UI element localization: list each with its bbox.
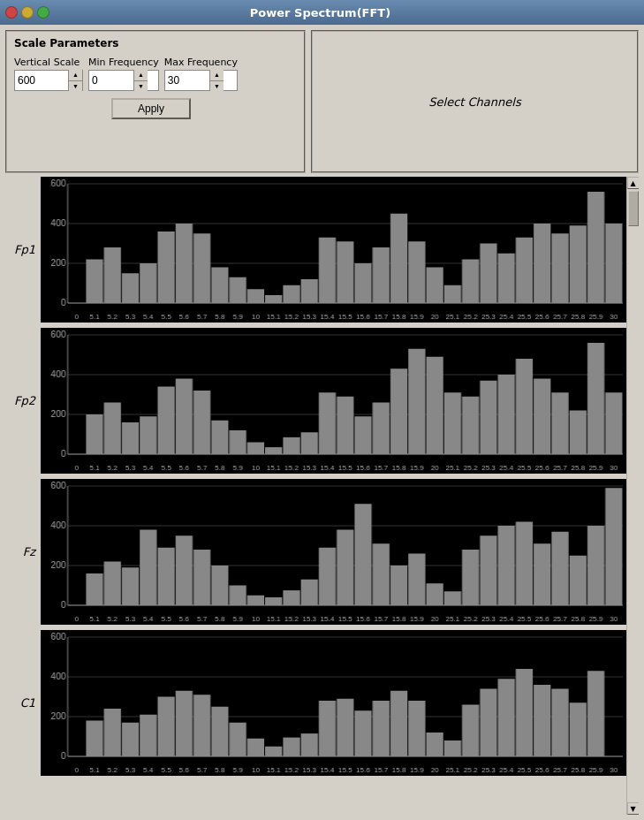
window-controls <box>5 6 49 19</box>
channel-row: Fp2 <box>5 328 626 474</box>
min-freq-up[interactable]: ▲ <box>134 70 148 81</box>
min-freq-arrows: ▲ ▼ <box>133 70 148 91</box>
min-freq-col: Min Frequency ▲ ▼ <box>88 57 159 91</box>
apply-button[interactable]: Apply <box>111 98 191 119</box>
min-freq-spinbox: ▲ ▼ <box>88 70 159 91</box>
window-title: Power Spectrum(FFT) <box>55 6 586 19</box>
title-bar: Power Spectrum(FFT) <box>0 0 644 25</box>
chart-canvas <box>41 328 626 474</box>
vertical-scale-label: Vertical Scale <box>14 57 83 68</box>
vertical-scale-input[interactable] <box>15 71 68 90</box>
scrollbar-down-button[interactable]: ▼ <box>627 802 640 815</box>
vertical-scale-down[interactable]: ▼ <box>69 81 82 92</box>
scrollbar-track: ▲ ▼ <box>626 177 639 815</box>
min-freq-input[interactable] <box>89 71 133 90</box>
charts-scroll[interactable]: Fp1Fp2FzC1 <box>5 177 626 815</box>
max-freq-label: Max Frequency <box>164 57 238 68</box>
chart-container <box>41 177 626 323</box>
channel-label: Fz <box>5 545 41 558</box>
chart-container <box>41 479 626 625</box>
scrollbar-up-button[interactable]: ▲ <box>627 177 640 189</box>
chart-canvas <box>41 630 626 776</box>
vertical-scale-col: Vertical Scale ▲ ▼ <box>14 57 83 91</box>
max-freq-spinbox: ▲ ▼ <box>164 70 238 91</box>
min-freq-label: Min Frequency <box>88 57 159 68</box>
channel-label: C1 <box>5 696 41 710</box>
top-panel: Scale Parameters Vertical Scale ▲ ▼ Min … <box>5 30 639 173</box>
channel-label: Fp2 <box>5 394 41 407</box>
max-freq-arrows: ▲ ▼ <box>209 70 224 91</box>
scrollbar-thumb[interactable] <box>628 191 639 226</box>
close-button[interactable] <box>5 6 18 19</box>
chart-container <box>41 328 626 474</box>
vertical-scale-spinbox: ▲ ▼ <box>14 70 83 91</box>
channel-row: C1 <box>5 630 626 776</box>
max-freq-input[interactable] <box>165 71 209 90</box>
max-freq-up[interactable]: ▲ <box>210 70 224 81</box>
channel-label: Fp1 <box>5 243 41 256</box>
minimize-button[interactable] <box>21 6 34 19</box>
vertical-scale-up[interactable]: ▲ <box>69 70 82 81</box>
chart-container <box>41 630 626 776</box>
select-channels-box[interactable]: Select Channels <box>311 30 639 173</box>
chart-canvas <box>41 177 626 323</box>
scale-params-title: Scale Parameters <box>14 37 297 49</box>
scale-inputs-row: Vertical Scale ▲ ▼ Min Frequency <box>14 57 297 91</box>
channel-row: Fz <box>5 479 626 625</box>
max-freq-down[interactable]: ▼ <box>210 81 224 92</box>
chart-canvas <box>41 479 626 625</box>
max-freq-col: Max Frequency ▲ ▼ <box>164 57 238 91</box>
apply-row: Apply <box>14 98 297 119</box>
charts-area: Fp1Fp2FzC1 ▲ ▼ <box>5 177 639 815</box>
maximize-button[interactable] <box>37 6 49 19</box>
vertical-scale-arrows: ▲ ▼ <box>68 70 82 91</box>
channel-row: Fp1 <box>5 177 626 323</box>
main-content: Scale Parameters Vertical Scale ▲ ▼ Min … <box>0 25 644 820</box>
select-channels-label: Select Channels <box>428 95 520 109</box>
min-freq-down[interactable]: ▼ <box>134 81 148 92</box>
scale-params-box: Scale Parameters Vertical Scale ▲ ▼ Min … <box>5 30 306 173</box>
